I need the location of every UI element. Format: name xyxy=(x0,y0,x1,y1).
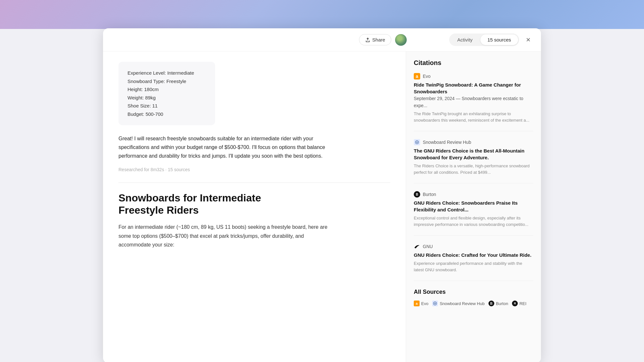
gnu-svg xyxy=(414,244,420,249)
source-name-2: Snowboard Review Hub xyxy=(423,140,471,145)
close-button[interactable]: ✕ xyxy=(523,35,533,45)
citation-desc-1: The Ride TwinPig brought an exhilarating… xyxy=(414,111,533,123)
citation-title-4: GNU Riders Choice: Crafted for Your Ulti… xyxy=(414,252,533,258)
share-button[interactable]: Share xyxy=(359,34,391,45)
sources-logos: a Evo Snowboard Review Hub B Bu xyxy=(414,301,533,306)
section-title: Snowboards for Intermediate Freestyle Ri… xyxy=(118,192,299,217)
logo-burton: B Burton xyxy=(488,301,508,306)
tab-activity[interactable]: Activity xyxy=(450,34,480,45)
logo-evo-label: Evo xyxy=(421,301,428,306)
citation-title-3: GNU Riders Choice: Snowboarders Praise I… xyxy=(414,200,533,213)
svg-point-5 xyxy=(434,303,436,304)
svg-point-2 xyxy=(416,142,418,143)
tab-group: Activity 15 sources xyxy=(449,33,519,46)
logo-srh-label: Snowboard Review Hub xyxy=(440,301,484,306)
logo-evo: a Evo xyxy=(414,301,428,306)
citation-source-3: B Burton xyxy=(414,191,533,198)
body-area: Experience Level: Intermediate Snowboard… xyxy=(103,51,541,362)
burton-icon: B xyxy=(414,191,420,198)
research-meta: Researched for 8m32s · 15 sources xyxy=(118,167,390,172)
top-bar: Share Activity 15 sources ✕ xyxy=(103,28,541,51)
info-line-1: Experience Level: Intermediate xyxy=(128,69,206,77)
srh-svg xyxy=(432,301,438,306)
citation-desc-3: Exceptional control and flexible design,… xyxy=(414,215,533,227)
citation-item-3: B Burton GNU Riders Choice: Snowboarders… xyxy=(414,191,533,236)
gnu-icon xyxy=(414,243,420,250)
review-icon xyxy=(414,139,420,145)
citation-desc-2: The Riders Choice is a versatile, high-p… xyxy=(414,163,533,175)
background-gradient xyxy=(0,0,644,29)
citation-item-4: GNU GNU Riders Choice: Crafted for Your … xyxy=(414,243,533,281)
left-panel: Experience Level: Intermediate Snowboard… xyxy=(103,51,406,362)
close-icon: ✕ xyxy=(526,36,531,43)
logo-srh-icon xyxy=(432,301,438,306)
info-line-6: Budget: 500-700 xyxy=(128,110,206,118)
share-icon xyxy=(365,37,370,42)
citation-item-1: a Evo Ride TwinPig Snowboard: A Game Cha… xyxy=(414,73,533,131)
description-text: Great! I will research freestyle snowboa… xyxy=(118,134,337,161)
review-svg xyxy=(414,139,420,145)
citation-title-2: The GNU Riders Choice is the Best All-Mo… xyxy=(414,147,533,161)
logo-burton-label: Burton xyxy=(496,301,508,306)
source-name-4: GNU xyxy=(423,244,433,249)
logo-evo-icon: a xyxy=(414,301,420,306)
citation-source-4: GNU xyxy=(414,243,533,250)
logo-rei-label: REI xyxy=(519,301,526,306)
amazon-icon: a xyxy=(414,73,420,79)
citation-item-2: Snowboard Review Hub The GNU Riders Choi… xyxy=(414,139,533,183)
source-name-3: Burton xyxy=(423,192,436,197)
citation-source-2: Snowboard Review Hub xyxy=(414,139,533,145)
source-name-1: Evo xyxy=(423,74,431,79)
info-line-4: Weight: 89kg xyxy=(128,94,206,102)
info-line-3: Height: 180cm xyxy=(128,85,206,94)
share-label: Share xyxy=(372,37,385,42)
citation-title-1: Ride TwinPig Snowboard: A Game Changer f… xyxy=(414,81,533,109)
main-window: Share Activity 15 sources ✕ Experience L… xyxy=(103,28,541,362)
info-line-2: Snowboard Type: Freestyle xyxy=(128,77,206,86)
info-card: Experience Level: Intermediate Snowboard… xyxy=(118,62,215,125)
citation-source-1: a Evo xyxy=(414,73,533,79)
avatar-image xyxy=(395,34,407,46)
info-line-5: Shoe Size: 11 xyxy=(128,102,206,110)
divider xyxy=(118,182,390,183)
citations-title: Citations xyxy=(414,59,533,67)
tab-sources[interactable]: 15 sources xyxy=(480,34,518,45)
logo-srh: Snowboard Review Hub xyxy=(432,301,484,306)
citation-desc-4: Experience unparalleled performance and … xyxy=(414,260,533,273)
right-panel: Citations a Evo Ride TwinPig Snowboard: … xyxy=(406,51,541,362)
section-body: For an intermediate rider (~180 cm, 89 k… xyxy=(118,223,337,249)
all-sources-title: All Sources xyxy=(414,289,533,295)
avatar xyxy=(395,34,407,46)
logo-rei: R REI xyxy=(512,301,526,306)
logo-rei-icon: R xyxy=(512,301,518,306)
logo-burton-icon: B xyxy=(488,301,494,306)
